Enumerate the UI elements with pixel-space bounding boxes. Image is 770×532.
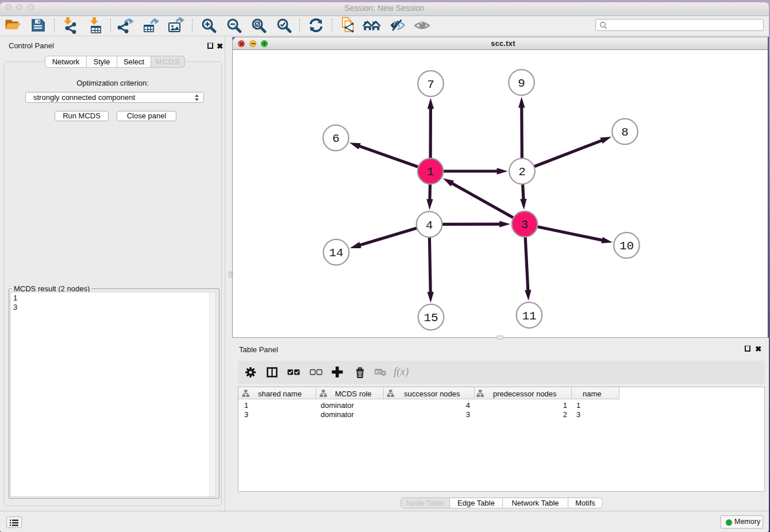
- svg-text:3: 3: [521, 218, 529, 232]
- svg-text:14: 14: [329, 246, 343, 260]
- svg-text:15: 15: [424, 311, 438, 325]
- svg-text:10: 10: [619, 240, 634, 253]
- svg-text:1: 1: [427, 165, 434, 179]
- svg-text:7: 7: [427, 78, 434, 91]
- svg-text:9: 9: [518, 77, 525, 90]
- svg-text:11: 11: [522, 310, 536, 323]
- svg-text:6: 6: [332, 132, 340, 145]
- svg-text:8: 8: [621, 126, 629, 139]
- svg-text:2: 2: [518, 165, 526, 179]
- svg-text:4: 4: [426, 219, 433, 232]
